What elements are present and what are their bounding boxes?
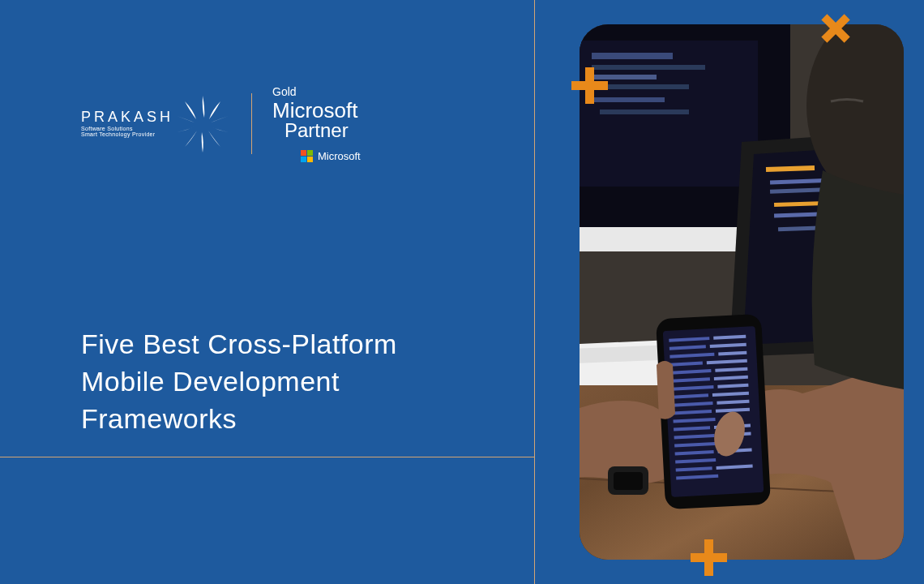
page-title: Five Best Cross-Platform Mobile Developm… — [81, 326, 397, 438]
partner-brand: Microsoft — [272, 100, 361, 121]
cross-icon — [815, 8, 856, 49]
partner-tier: Gold — [272, 85, 361, 98]
microsoft-partner-badge: Gold Microsoft Partner Microsoft — [272, 85, 361, 162]
svg-rect-66 — [571, 81, 608, 90]
svg-rect-8 — [600, 110, 689, 114]
vertical-divider — [534, 0, 535, 584]
title-line1: Five Best Cross-Platform — [81, 326, 397, 363]
plus-icon — [687, 535, 731, 580]
svg-rect-68 — [691, 553, 727, 562]
title-line2: Mobile Development — [81, 363, 397, 401]
partner-role: Partner — [284, 121, 361, 140]
logo-divider — [251, 93, 252, 154]
horizontal-line — [0, 457, 534, 457]
hero-image — [580, 24, 904, 560]
tagline-line2: Smart Technology Provider — [81, 131, 173, 137]
plus-icon — [567, 63, 612, 108]
svg-rect-26 — [614, 472, 643, 490]
tagline-line1: Software Solutions — [81, 126, 173, 131]
partner-footer-brand: Microsoft — [318, 150, 361, 162]
sun-burst-icon — [174, 88, 231, 161]
logo-section: PRAKASH Software Solutions Smart Technol… — [81, 85, 361, 162]
prakash-logo: PRAKASH Software Solutions Smart Technol… — [81, 88, 231, 161]
title-line3: Frameworks — [81, 401, 397, 438]
svg-rect-3 — [592, 53, 673, 59]
microsoft-logo-icon — [301, 150, 313, 162]
developer-illustration — [580, 24, 904, 560]
company-name: PRAKASH — [81, 109, 173, 126]
